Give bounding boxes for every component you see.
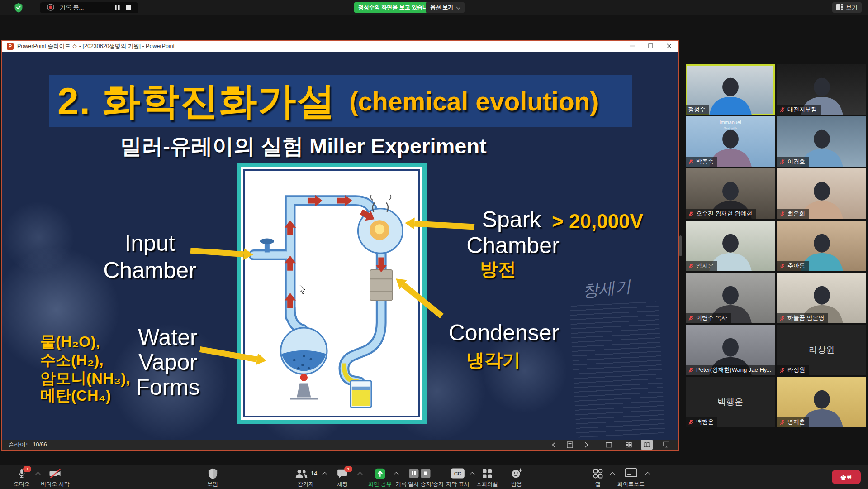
meeting-top-bar: 기록 중... 정성수의 화면을 보고 있습니다 옵션 보기 보기 [0, 0, 868, 15]
participant-name: 백행운 [696, 418, 714, 426]
participant-name-label: 정성수 [686, 105, 709, 115]
participant-tile[interactable]: 이경호 [777, 116, 866, 167]
recording-label: 기록 중... [60, 4, 84, 12]
view-reading-icon[interactable] [641, 440, 653, 450]
participant-tile[interactable]: 최은희 [777, 168, 866, 219]
chevron-left-icon[interactable] [548, 440, 560, 450]
slide-title-band: 2. 화학진화가설 (chemical evolution) [49, 75, 632, 127]
toolbar-breakout-button[interactable]: 소회의실 [476, 467, 498, 488]
muted-mic-icon [779, 315, 785, 321]
view-normal-icon[interactable] [603, 440, 615, 450]
toolbar-chat-button[interactable]: 1채팅 [337, 467, 348, 488]
chevron-up-icon[interactable] [610, 472, 615, 477]
participant-count: 14 [311, 470, 317, 477]
chevron-up-icon[interactable] [470, 472, 474, 477]
view-layout-button[interactable]: 보기 [832, 2, 862, 13]
pause-recording-button[interactable] [114, 5, 120, 11]
participant-name-label: 추아름 [777, 261, 809, 271]
participant-name-label: 명재춘 [777, 417, 809, 427]
minimize-button[interactable] [623, 41, 641, 52]
label-spark-korean: 방전 [480, 257, 516, 282]
muted-mic-icon [779, 211, 785, 217]
toolbar-label: 참가자 [298, 480, 314, 488]
participant-tile[interactable]: 하늘꿈 임은영 [777, 273, 866, 323]
toolbar-label: 오디오 [14, 480, 30, 488]
viewing-screen-banner[interactable]: 정성수의 화면을 보고 있습니다 [354, 2, 437, 13]
participant-tile[interactable]: 대전지부컴 [777, 64, 866, 115]
chevron-right-icon[interactable] [580, 440, 592, 450]
label-input-line1: Input [124, 230, 175, 256]
participant-name: 이병주 목사 [696, 314, 727, 322]
muted-mic-icon [779, 263, 785, 269]
breakout-icon [481, 468, 493, 479]
shield-icon [208, 468, 218, 479]
genesis-page-decor [569, 301, 665, 438]
toolbar-label: 소회의실 [476, 480, 498, 488]
participant-name-label: 라상원 [777, 365, 809, 375]
close-button[interactable] [660, 41, 678, 52]
people-icon [294, 468, 308, 479]
toolbar-shield-button[interactable]: 보안 [207, 467, 218, 488]
label-gas-methane: 메탄(CH₄) [40, 385, 111, 406]
stop-recording-button[interactable] [126, 5, 131, 10]
notification-badge: ! [23, 466, 31, 472]
label-condenser-korean: 냉각기 [466, 348, 521, 373]
participant-name-label: Peter(왕재현(Wang Jae Hy... [686, 365, 775, 375]
participant-name: 추아름 [787, 262, 805, 270]
toolbar-camera-off-button[interactable]: 비디오 시작 [41, 467, 69, 488]
participant-name: 대전지부컴 [787, 105, 817, 114]
participant-tile[interactable]: 백행운백행운 [686, 377, 775, 427]
maximize-button[interactable] [641, 41, 660, 52]
participant-name: 최은희 [787, 210, 805, 218]
powerpoint-window: P PowerPoint 슬라이드 쇼 - [20230620생명의 기원] -… [1, 40, 679, 451]
chat-icon: 1 [337, 468, 348, 479]
reaction-icon [511, 468, 522, 479]
view-grid-icon[interactable] [623, 440, 635, 450]
toolbar-whiteboard-button[interactable]: 화이트보드 [617, 467, 645, 488]
recording-indicator: 기록 중... [40, 2, 138, 13]
toolbar-label: 보안 [207, 480, 218, 488]
toolbar-share-button[interactable]: 화면 공유 [368, 467, 391, 488]
label-water-line1: Water [138, 324, 198, 350]
chevron-up-icon[interactable] [322, 472, 327, 477]
gallery-grid-icon [836, 4, 843, 11]
participant-tile[interactable]: 오수진 왕재현 왕예현 [686, 168, 775, 219]
chevron-up-icon[interactable] [357, 472, 362, 477]
chevron-up-icon[interactable] [645, 472, 650, 477]
notification-badge: 1 [344, 466, 352, 472]
participant-tile[interactable]: 라상원라상원 [777, 325, 866, 375]
close-icon [667, 43, 672, 50]
participant-name: 임지은 [696, 262, 714, 270]
toolbar-mic-button[interactable]: !오디오 [14, 467, 30, 488]
chevron-up-icon[interactable] [35, 472, 40, 477]
toolbar-record-controls-button[interactable]: 기록 일시 중지/중지 [396, 467, 444, 488]
toolbar-cc-button[interactable]: CC자막 표시 [446, 467, 469, 488]
participant-tile[interactable]: Peter(왕재현(Wang Jae Hy... [686, 325, 775, 375]
toolbar-apps-button[interactable]: 앱 [592, 467, 604, 488]
view-slideshow-icon[interactable] [660, 440, 672, 450]
toolbar-label: 앱 [595, 480, 601, 488]
participant-tile[interactable]: 명재춘 [777, 377, 866, 427]
view-options-button[interactable]: 옵션 보기 [426, 2, 465, 13]
participant-tile[interactable]: 이병주 목사 [686, 273, 775, 323]
toolbar-people-button[interactable]: 14참가자 [294, 467, 317, 488]
toolbar-label: 자막 표시 [446, 480, 469, 488]
slide-title-korean: 2. 화학진화가설 [57, 76, 336, 127]
miller-experiment-diagram-frame [237, 163, 427, 424]
flower-photo-decor [2, 201, 75, 273]
participant-tile[interactable]: ImmanuelGod with박종숙 [686, 116, 775, 167]
muted-mic-icon [688, 211, 694, 217]
participant-tile[interactable]: 추아름 [777, 221, 866, 271]
end-meeting-button[interactable]: 종료 [832, 470, 861, 484]
toolbar-reaction-button[interactable]: 반응 [511, 467, 522, 488]
panel-resize-handle[interactable] [679, 235, 682, 256]
label-gas-water: 물(H₂O), [40, 331, 100, 352]
maximize-icon [648, 43, 653, 50]
participant-tile[interactable]: 정성수 [686, 64, 775, 115]
zoom-toolbar: 종료 !오디오비디오 시작보안14참가자1채팅화면 공유기록 일시 중지/중지C… [0, 465, 868, 489]
muted-mic-icon [688, 367, 694, 373]
window-title-bar[interactable]: P PowerPoint 슬라이드 쇼 - [20230620생명의 기원] -… [2, 41, 678, 52]
slideshow-status-bar: 슬라이드 10/66 [2, 440, 678, 450]
participant-tile[interactable]: 임지은 [686, 221, 775, 271]
slide-notes-icon[interactable] [564, 440, 576, 450]
